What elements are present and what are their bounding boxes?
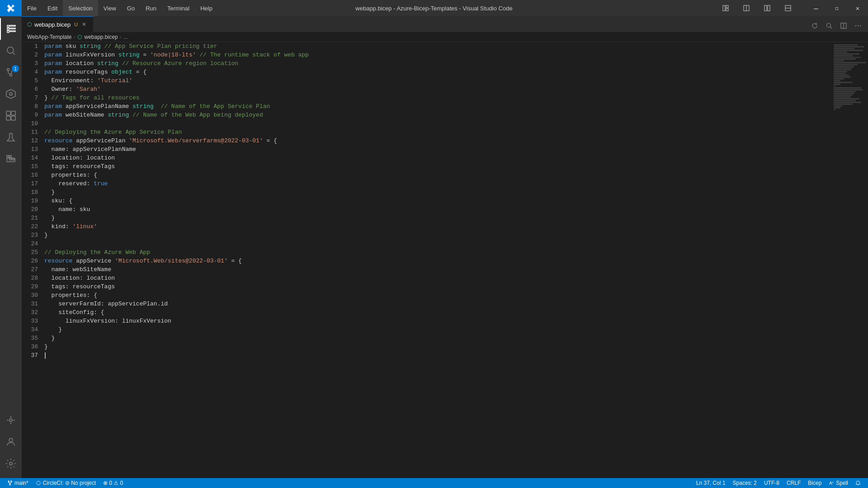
status-branch[interactable]: main* xyxy=(4,478,32,488)
status-encoding[interactable]: UTF-8 xyxy=(760,478,783,488)
menu-edit[interactable]: Edit xyxy=(42,0,63,16)
line-number-11: 11 xyxy=(22,128,38,136)
status-spaces[interactable]: Spaces: 2 xyxy=(729,478,760,488)
layout-button-4[interactable] xyxy=(778,0,798,16)
title-bar-left: File Edit Selection View Go Run Terminal… xyxy=(0,0,218,16)
tabs-bar: ⬡ webapp.bicep U ✕ xyxy=(22,16,868,32)
menu-run[interactable]: Run xyxy=(140,0,162,16)
svg-rect-5 xyxy=(764,5,767,11)
status-notifications[interactable] xyxy=(852,478,864,488)
menu-selection[interactable]: Selection xyxy=(63,0,98,16)
svg-rect-21 xyxy=(9,158,11,160)
code-line-24 xyxy=(44,239,805,248)
activity-search[interactable] xyxy=(0,40,22,61)
status-position[interactable]: Ln 37, Col 1 xyxy=(693,478,729,488)
activity-bar: 1 xyxy=(0,16,22,478)
more-actions-icon[interactable] xyxy=(852,19,864,32)
line-number-14: 14 xyxy=(22,154,38,162)
indent-info: Spaces: 2 xyxy=(733,480,757,486)
code-line-7: } // Tags for all resources xyxy=(44,94,805,102)
code-line-14: location: location xyxy=(44,154,805,162)
tab-label: webapp.bicep xyxy=(34,21,71,28)
code-line-18: } xyxy=(44,188,805,197)
code-line-9: param webSiteName string // Name of the … xyxy=(44,111,805,119)
menu-terminal[interactable]: Terminal xyxy=(162,0,195,16)
breadcrumb-symbol[interactable]: ... xyxy=(123,34,128,40)
minimize-button[interactable]: – xyxy=(806,0,826,16)
status-spell[interactable]: Spell xyxy=(825,478,852,488)
source-control-badge: 1 xyxy=(12,65,19,72)
activity-docker[interactable] xyxy=(0,148,22,170)
code-line-37 xyxy=(44,351,805,360)
close-button[interactable]: ✕ xyxy=(847,0,868,16)
code-content[interactable]: param sku string // App Service Plan pri… xyxy=(44,42,832,478)
activity-remote[interactable] xyxy=(0,409,22,431)
restore-button[interactable]: ◻ xyxy=(826,0,847,16)
line-number-36: 36 xyxy=(22,343,38,351)
language-mode: Bicep xyxy=(808,480,821,486)
line-number-33: 33 xyxy=(22,317,38,325)
sync-icon[interactable] xyxy=(808,19,821,32)
svg-rect-14 xyxy=(6,111,10,115)
breadcrumb-sep-1: › xyxy=(74,34,75,40)
activity-settings[interactable] xyxy=(0,453,22,474)
menu-file[interactable]: File xyxy=(22,0,42,16)
code-line-3: param location string // Resource Azure … xyxy=(44,59,805,68)
code-line-27: name: webSiteName xyxy=(44,265,805,274)
breadcrumb: WebApp-Template › ⬡ webapp.bicep › ... xyxy=(22,32,868,42)
status-language[interactable]: Bicep xyxy=(804,478,825,488)
line-number-2: 2 xyxy=(22,51,38,59)
menu-go[interactable]: Go xyxy=(122,0,140,16)
error-count: ⊗ 0 ⚠ 0 xyxy=(103,480,123,486)
breadcrumb-sep-2: › xyxy=(120,34,122,40)
code-line-12: resource appServicePlan 'Microsoft.Web/s… xyxy=(44,136,805,145)
split-editor-icon[interactable] xyxy=(837,19,850,32)
menu-help[interactable]: Help xyxy=(195,0,218,16)
activity-source-control[interactable]: 1 xyxy=(0,61,22,83)
code-line-8: param appServicePlanName string // Name … xyxy=(44,102,805,111)
svg-point-30 xyxy=(858,25,859,26)
line-number-35: 35 xyxy=(22,334,38,343)
line-number-12: 12 xyxy=(22,136,38,145)
status-sync[interactable]: CircleCI: ⊘ No project xyxy=(32,478,99,488)
code-line-20: name: sku xyxy=(44,205,805,214)
code-line-15: tags: resourceTags xyxy=(44,162,805,171)
tab-close-button[interactable]: ✕ xyxy=(80,21,88,28)
layout-button-1[interactable] xyxy=(715,0,736,16)
status-errors[interactable]: ⊗ 0 ⚠ 0 xyxy=(99,478,127,488)
svg-rect-22 xyxy=(12,158,14,160)
tab-webapp-bicep[interactable]: ⬡ webapp.bicep U ✕ xyxy=(22,16,93,32)
code-line-10 xyxy=(44,119,805,128)
menu-view[interactable]: View xyxy=(98,0,122,16)
layout-button-3[interactable] xyxy=(757,0,778,16)
vscode-icon xyxy=(0,0,22,16)
code-line-2: param linuxFxVersion string = 'node|18-l… xyxy=(44,51,805,59)
activity-explorer[interactable] xyxy=(0,18,22,40)
activity-testing[interactable] xyxy=(0,127,22,148)
breadcrumb-file[interactable]: webapp.bicep xyxy=(85,34,118,40)
code-editor[interactable]: 1234567891011121314151617181920212223242… xyxy=(22,42,868,478)
svg-rect-1 xyxy=(726,5,728,8)
code-line-6: Owner: 'Sarah' xyxy=(44,85,805,94)
line-number-13: 13 xyxy=(22,145,38,154)
status-line-ending[interactable]: CRLF xyxy=(783,478,804,488)
svg-point-23 xyxy=(9,419,12,422)
code-line-13: name: appServicePlanName xyxy=(44,145,805,154)
line-number-23: 23 xyxy=(22,231,38,239)
editor-area: ⬡ webapp.bicep U ✕ xyxy=(22,16,868,478)
search-editor-icon[interactable] xyxy=(823,19,835,32)
line-ending: CRLF xyxy=(787,480,801,486)
layout-button-2[interactable] xyxy=(736,0,757,16)
breadcrumb-folder[interactable]: WebApp-Template xyxy=(27,34,72,40)
line-number-17: 17 xyxy=(22,179,38,188)
code-line-4: param resourceTags object = { xyxy=(44,68,805,76)
code-line-29: tags: resourceTags xyxy=(44,282,805,291)
svg-point-25 xyxy=(9,462,12,465)
activity-extensions[interactable] xyxy=(0,105,22,127)
activity-account[interactable] xyxy=(0,431,22,453)
line-number-7: 7 xyxy=(22,94,38,102)
activity-run[interactable] xyxy=(0,83,22,105)
code-line-33: linuxFxVersion: linuxFxVersion xyxy=(44,317,805,325)
line-number-19: 19 xyxy=(22,197,38,205)
code-line-11: // Deploying the Azure App Service Plan xyxy=(44,128,805,136)
